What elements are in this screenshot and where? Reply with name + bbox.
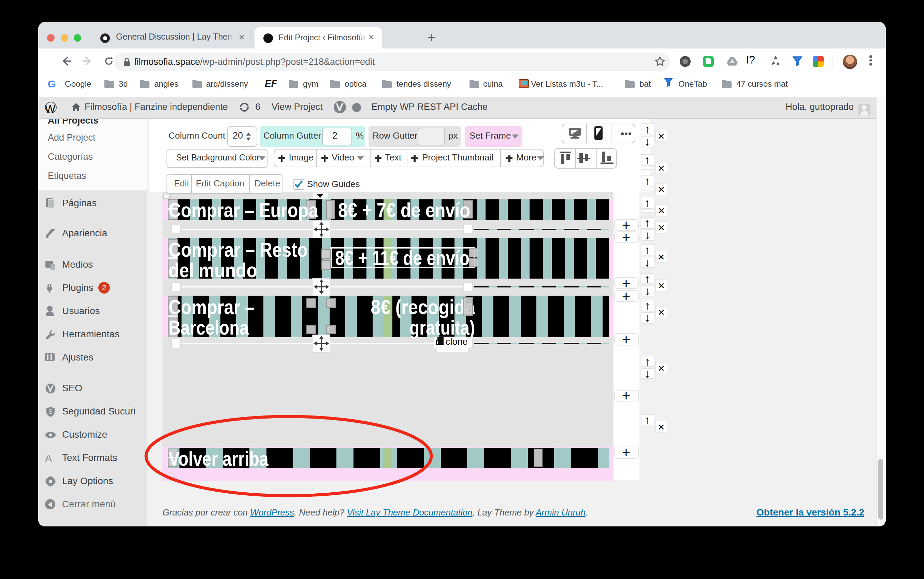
svg-text:S: S bbox=[49, 408, 52, 415]
